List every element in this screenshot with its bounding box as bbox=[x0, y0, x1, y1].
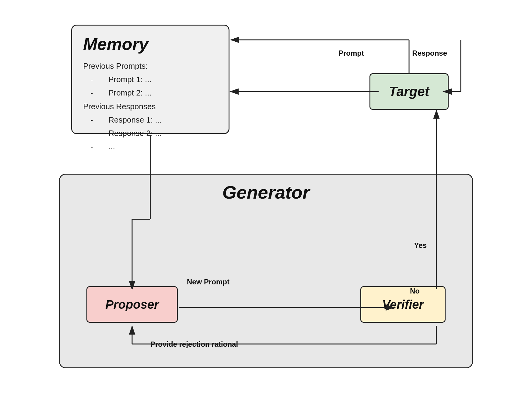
proposer-title: Proposer bbox=[105, 298, 159, 311]
memory-content: Previous Prompts: - Prompt 1: ... - Prom… bbox=[83, 59, 218, 153]
yes-label: Yes bbox=[414, 241, 427, 250]
rejection-label: Provide rejection rational bbox=[150, 340, 238, 349]
prompt-label: Prompt bbox=[338, 49, 364, 57]
memory-line6: - Response 2: ... bbox=[90, 127, 218, 140]
memory-title: Memory bbox=[83, 34, 218, 54]
verifier-title: Verifier bbox=[382, 298, 424, 311]
memory-line4: Previous Responses bbox=[83, 100, 218, 113]
target-box: Target bbox=[369, 73, 449, 110]
new-prompt-label: New Prompt bbox=[187, 278, 229, 286]
memory-line1: Previous Prompts: bbox=[83, 59, 218, 73]
memory-line2: - Prompt 1: ... bbox=[90, 73, 218, 86]
generator-title: Generator bbox=[72, 182, 460, 203]
no-label: No bbox=[410, 287, 420, 295]
response-label: Response bbox=[412, 49, 447, 57]
proposer-box: Proposer bbox=[86, 286, 178, 323]
target-title: Target bbox=[389, 84, 429, 99]
memory-line3: - Prompt 2: ... bbox=[90, 86, 218, 99]
generator-box: Generator bbox=[59, 174, 473, 368]
verifier-box: Verifier bbox=[360, 286, 446, 323]
memory-line5: - Response 1: ... bbox=[90, 113, 218, 127]
memory-line7: - ... bbox=[90, 140, 218, 153]
memory-box: Memory Previous Prompts: - Prompt 1: ...… bbox=[71, 25, 229, 134]
